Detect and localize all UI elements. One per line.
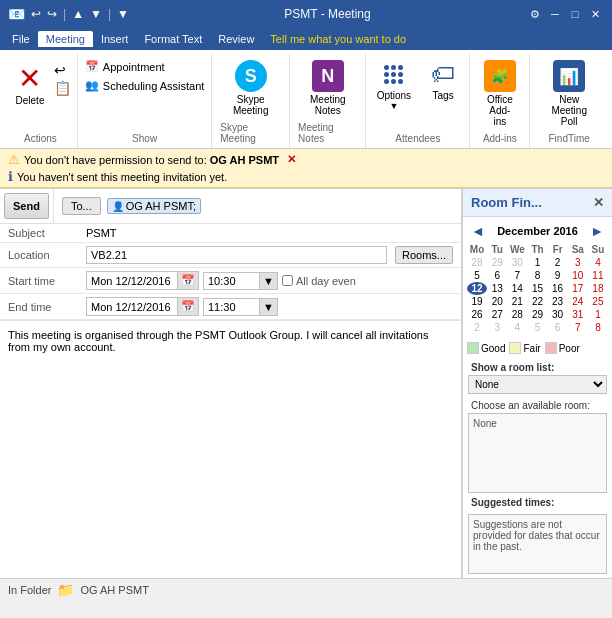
minimize-button[interactable]: ─ [546,6,564,22]
cal-day-4-jan[interactable]: 4 [507,321,527,334]
rooms-button[interactable]: Rooms... [395,246,453,264]
start-time-picker-button[interactable]: ▼ [259,273,277,289]
start-date-input[interactable] [87,273,177,289]
cal-day-17[interactable]: 17 [568,282,588,295]
cal-day-19[interactable]: 19 [467,295,487,308]
cal-day-24[interactable]: 24 [568,295,588,308]
cal-day-5-jan[interactable]: 5 [527,321,547,334]
cal-day-12-today[interactable]: 12 [467,282,487,295]
legend-poor-label: Poor [559,343,580,354]
cal-day-3[interactable]: 3 [568,256,588,269]
end-time-picker-button[interactable]: ▼ [259,299,277,315]
cal-day-1[interactable]: 1 [527,256,547,269]
cal-day-2-jan[interactable]: 2 [467,321,487,334]
end-date-input[interactable] [87,299,177,315]
room-list-select[interactable]: None [468,375,607,394]
cal-day-7[interactable]: 7 [507,269,527,282]
cal-day-29[interactable]: 29 [527,308,547,321]
location-input[interactable] [86,246,387,264]
cal-day-30[interactable]: 30 [548,308,568,321]
cal-day-28-nov[interactable]: 28 [467,256,487,269]
maximize-button[interactable]: □ [566,6,584,22]
new-meeting-poll-button[interactable]: 📊 NewMeeting Poll [538,58,600,129]
cal-day-9[interactable]: 9 [548,269,568,282]
legend-poor[interactable]: Poor [545,342,580,354]
redo-icon[interactable]: ↪ [47,7,57,21]
recipient-tag[interactable]: 👤 OG AH PSMT; [107,198,201,214]
cal-day-15[interactable]: 15 [527,282,547,295]
end-date-picker-button[interactable]: 📅 [177,298,198,315]
tags-button[interactable]: 🏷 Tags [421,58,465,103]
menu-meeting[interactable]: Meeting [38,31,93,47]
delete-icon: ✕ [18,62,41,95]
cal-day-3-jan[interactable]: 3 [487,321,507,334]
undo-small-icon[interactable]: ↩ [54,62,71,78]
settings-icon[interactable]: ⚙ [526,6,544,22]
room-finder-panel: Room Fin... ✕ ◄ December 2016 ► Mo Tu We… [462,189,612,578]
cal-day-25[interactable]: 25 [588,295,608,308]
cal-day-27[interactable]: 27 [487,308,507,321]
cal-day-18[interactable]: 18 [588,282,608,295]
allday-label: All day even [296,275,356,287]
cal-day-10[interactable]: 10 [568,269,588,282]
delete-button[interactable]: ✕ Delete [10,58,51,110]
cal-day-31[interactable]: 31 [568,308,588,321]
cal-day-29-nov[interactable]: 29 [487,256,507,269]
appointment-button[interactable]: 📅 Appointment [81,58,209,75]
menu-file[interactable]: File [4,31,38,47]
cal-day-8-jan[interactable]: 8 [588,321,608,334]
menu-format-text[interactable]: Format Text [136,31,210,47]
options-button[interactable]: Options ▼ [371,58,417,113]
cal-day-22[interactable]: 22 [527,295,547,308]
meeting-notes-group-label: Meeting Notes [298,118,357,144]
cal-day-8[interactable]: 8 [527,269,547,282]
cal-day-13[interactable]: 13 [487,282,507,295]
scheduling-assistant-button[interactable]: 👥 Scheduling Assistant [81,77,209,94]
ribbon-group-findtime: 📊 NewMeeting Poll FindTime [530,54,608,148]
to-row: Send To... 👤 OG AH PSMT; [0,189,461,224]
cal-day-5[interactable]: 5 [467,269,487,282]
cal-day-20[interactable]: 20 [487,295,507,308]
permission-close-icon[interactable]: ✕ [287,153,296,166]
message-body[interactable]: This meeting is organised through the PS… [0,320,461,578]
start-date-picker-button[interactable]: 📅 [177,272,198,289]
allday-checkbox[interactable] [282,275,293,286]
subject-input[interactable] [86,227,453,239]
cal-day-6-jan[interactable]: 6 [548,321,568,334]
menu-insert[interactable]: Insert [93,31,137,47]
legend-good[interactable]: Good [467,342,505,354]
menu-review[interactable]: Review [210,31,262,47]
cal-day-11[interactable]: 11 [588,269,608,282]
close-button[interactable]: ✕ [586,6,604,22]
cal-day-6[interactable]: 6 [487,269,507,282]
invitation-text: You haven't sent this meeting invitation… [17,171,227,183]
send-button[interactable]: Send [4,193,49,219]
next-month-button[interactable]: ► [586,223,608,239]
cal-day-4[interactable]: 4 [588,256,608,269]
legend-fair[interactable]: Fair [509,342,540,354]
up-icon[interactable]: ▲ [72,7,84,21]
cal-day-2[interactable]: 2 [548,256,568,269]
cal-day-23[interactable]: 23 [548,295,568,308]
start-time-input[interactable] [204,273,259,289]
meeting-notes-button[interactable]: N MeetingNotes [304,58,352,118]
more-icon[interactable]: ▼ [117,7,129,21]
cal-day-7-jan[interactable]: 7 [568,321,588,334]
down-icon[interactable]: ▼ [90,7,102,21]
cal-day-28[interactable]: 28 [507,308,527,321]
cal-day-21[interactable]: 21 [507,295,527,308]
move-icon[interactable]: 📋 [54,80,71,96]
prev-month-button[interactable]: ◄ [467,223,489,239]
room-finder-close-button[interactable]: ✕ [593,195,604,210]
cal-day-30-nov[interactable]: 30 [507,256,527,269]
cal-day-16[interactable]: 16 [548,282,568,295]
undo-icon[interactable]: ↩ [31,7,41,21]
skype-meeting-button[interactable]: S SkypeMeeting [227,58,275,118]
cal-day-14[interactable]: 14 [507,282,527,295]
cal-day-1-jan[interactable]: 1 [588,308,608,321]
to-button[interactable]: To... [62,197,101,215]
end-time-input[interactable] [204,299,259,315]
office-add-ins-button[interactable]: 🧩 OfficeAdd-ins [478,58,522,129]
cal-day-26[interactable]: 26 [467,308,487,321]
menu-tell-me[interactable]: Tell me what you want to do [262,31,414,47]
